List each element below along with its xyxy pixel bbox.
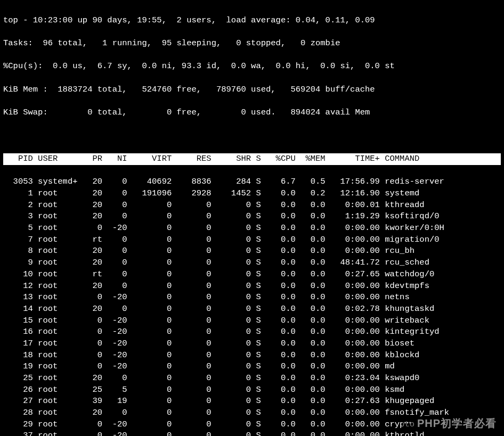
process-row[interactable]: 1 root 20 0 191096 2928 1452 S 0.0 0.2 1… (3, 188, 501, 200)
process-row[interactable]: 13 root 0 -20 0 0 0 S 0.0 0.0 0:00.00 ne… (3, 292, 501, 303)
process-row[interactable]: 37 root 0 -20 0 0 0 S 0.0 0.0 0:00.00 kt… (3, 430, 501, 436)
process-row[interactable]: 17 root 0 -20 0 0 0 S 0.0 0.0 0:00.00 bi… (3, 338, 501, 350)
process-row[interactable]: 5 root 0 -20 0 0 0 S 0.0 0.0 0:00.00 kwo… (3, 223, 501, 234)
summary-mem: KiB Mem : 1883724 total, 524760 free, 78… (3, 84, 501, 96)
summary-cpu: %Cpu(s): 0.0 us, 6.7 sy, 0.0 ni, 93.3 id… (3, 61, 501, 72)
summary-swap: KiB Swap: 0 total, 0 free, 0 used. 89402… (3, 107, 501, 119)
process-row[interactable]: 15 root 0 -20 0 0 0 S 0.0 0.0 0:00.00 wr… (3, 315, 501, 327)
process-row[interactable]: 16 root 0 -20 0 0 0 S 0.0 0.0 0:00.00 ki… (3, 326, 501, 338)
process-row[interactable]: 25 root 20 0 0 0 0 S 0.0 0.0 0:23.04 ksw… (3, 373, 501, 384)
process-row[interactable]: 2 root 20 0 0 0 0 S 0.0 0.0 0:00.01 kthr… (3, 200, 501, 211)
process-row[interactable]: 27 root 39 19 0 0 0 S 0.0 0.0 0:27.63 kh… (3, 396, 501, 407)
process-row[interactable]: 14 root 20 0 0 0 0 S 0.0 0.0 0:02.78 khu… (3, 303, 501, 315)
process-row[interactable]: 29 root 0 -20 0 0 0 S 0.0 0.0 0:00.00 cr… (3, 419, 501, 431)
process-table-header[interactable]: PID USER PR NI VIRT RES SHR S %CPU %MEM … (3, 153, 501, 165)
process-row[interactable]: 3053 systemd+ 20 0 40692 8836 284 S 6.7 … (3, 176, 501, 188)
summary-tasks: Tasks: 96 total, 1 running, 95 sleeping,… (3, 38, 501, 50)
process-row[interactable]: 12 root 20 0 0 0 0 S 0.0 0.0 0:00.00 kde… (3, 281, 501, 292)
process-row[interactable]: 3 root 20 0 0 0 0 S 0.0 0.0 1:19.29 ksof… (3, 211, 501, 223)
process-row[interactable]: 7 root rt 0 0 0 0 S 0.0 0.0 0:00.00 migr… (3, 234, 501, 246)
process-row[interactable]: 18 root 0 -20 0 0 0 S 0.0 0.0 0:00.00 kb… (3, 350, 501, 361)
process-row[interactable]: 8 root 20 0 0 0 0 S 0.0 0.0 0:00.00 rcu_… (3, 245, 501, 257)
process-row[interactable]: 10 root rt 0 0 0 0 S 0.0 0.0 0:27.65 wat… (3, 269, 501, 281)
summary-uptime: top - 10:23:00 up 90 days, 19:55, 2 user… (3, 15, 501, 27)
process-row[interactable]: 19 root 0 -20 0 0 0 S 0.0 0.0 0:00.00 md (3, 361, 501, 373)
process-row[interactable]: 26 root 25 5 0 0 0 S 0.0 0.0 0:00.00 ksm… (3, 384, 501, 396)
terminal-output[interactable]: top - 10:23:00 up 90 days, 19:55, 2 user… (0, 0, 504, 436)
process-row[interactable]: 28 root 20 0 0 0 0 S 0.0 0.0 0:00.00 fsn… (3, 407, 501, 419)
summary-blank (3, 130, 501, 142)
process-row[interactable]: 9 root 20 0 0 0 0 S 0.0 0.0 48:41.72 rcu… (3, 257, 501, 269)
